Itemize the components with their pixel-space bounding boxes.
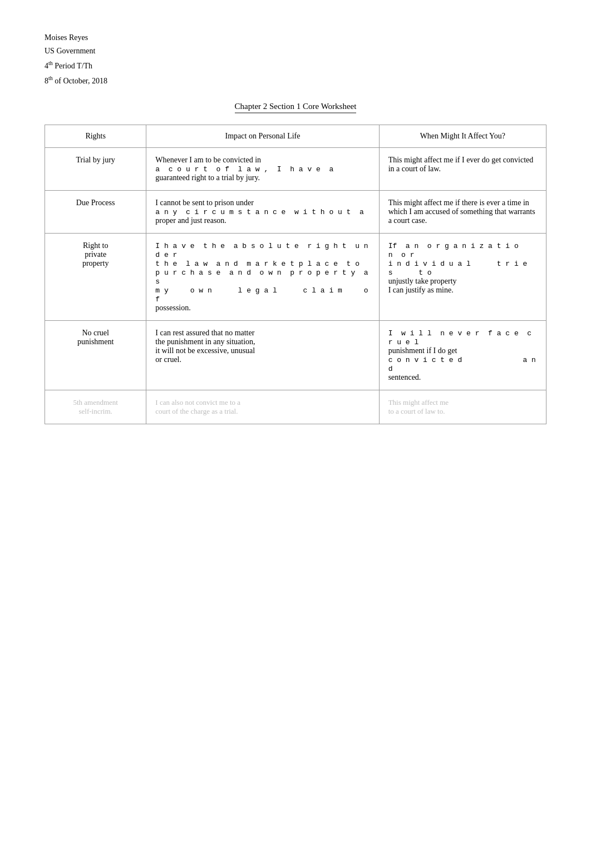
table-row-blurred: 5th amendmentself-incrim. I can also not… xyxy=(45,390,546,424)
when-blurred: This might affect meto a court of law to… xyxy=(379,390,546,424)
class-name: US Government xyxy=(45,47,546,56)
date-line: 8th of October, 2018 xyxy=(45,75,546,86)
when-text: This might affect meto a court of law to… xyxy=(388,398,449,415)
rights-blurred: 5th amendmentself-incrim. xyxy=(45,390,146,424)
period-number: 4 xyxy=(45,62,48,70)
impact-due-process: I cannot be sent to prison under a n y c… xyxy=(146,191,379,234)
rights-due-process: Due Process xyxy=(45,191,146,234)
impact-blurred: I can also not convict me to acourt of t… xyxy=(146,390,379,424)
date-text: of October, 2018 xyxy=(55,76,107,85)
table-header-row: Rights Impact on Personal Life When Migh… xyxy=(45,125,546,148)
rights-label: No cruelpunishment xyxy=(77,329,114,346)
when-due-process: This might affect me if there is ever a … xyxy=(379,191,546,234)
header-section: Moises Reyes US Government 4th Period T/… xyxy=(45,33,546,85)
impact-trial-by-jury: Whenever I am to be convicted in a c o u… xyxy=(146,148,379,191)
period-line: 4th Period T/Th xyxy=(45,60,546,71)
when-trial-by-jury: This might affect me if I ever do get co… xyxy=(379,148,546,191)
rights-no-cruel-punishment: No cruelpunishment xyxy=(45,321,146,390)
date-number: 8 xyxy=(45,76,48,85)
rights-trial-by-jury: Trial by jury xyxy=(45,148,146,191)
date-suffix: th xyxy=(48,75,53,81)
header-when: When Might It Affect You? xyxy=(379,125,546,148)
rights-private-property: Right toprivateproperty xyxy=(45,234,146,321)
student-name: Moises Reyes xyxy=(45,33,546,42)
impact-private-property: I h a v e t h e a b s o l u t e r i g h … xyxy=(146,234,379,321)
rights-label: 5th amendmentself-incrim. xyxy=(73,398,118,415)
table-row: Right toprivateproperty I h a v e t h e … xyxy=(45,234,546,321)
when-no-cruel-punishment: I w i l l n e v e r f a c e c r u e l pu… xyxy=(379,321,546,390)
rights-label: Right toprivateproperty xyxy=(82,241,109,267)
impact-text: I can also not convict me to acourt of t… xyxy=(155,398,240,415)
when-private-property: If a n o r g a n i z a t i o n o r i n d… xyxy=(379,234,546,321)
when-text: This might affect me if there is ever a … xyxy=(388,199,535,225)
rights-label: Due Process xyxy=(76,199,115,207)
worksheet-title: Chapter 2 Section 1 Core Worksheet xyxy=(235,102,357,113)
when-text: This might affect me if I ever do get co… xyxy=(388,156,534,173)
impact-no-cruel-punishment: I can rest assured that no matter the pu… xyxy=(146,321,379,390)
header-impact: Impact on Personal Life xyxy=(146,125,379,148)
period-suffix: th xyxy=(48,60,53,66)
worksheet-table: Rights Impact on Personal Life When Migh… xyxy=(45,125,546,424)
table-row: Due Process I cannot be sent to prison u… xyxy=(45,191,546,234)
header-rights: Rights xyxy=(45,125,146,148)
table-row: Trial by jury Whenever I am to be convic… xyxy=(45,148,546,191)
period-text: Period T/Th xyxy=(55,62,92,70)
rights-label: Trial by jury xyxy=(76,156,115,164)
table-row: No cruelpunishment I can rest assured th… xyxy=(45,321,546,390)
worksheet-title-section: Chapter 2 Section 1 Core Worksheet xyxy=(45,102,546,113)
